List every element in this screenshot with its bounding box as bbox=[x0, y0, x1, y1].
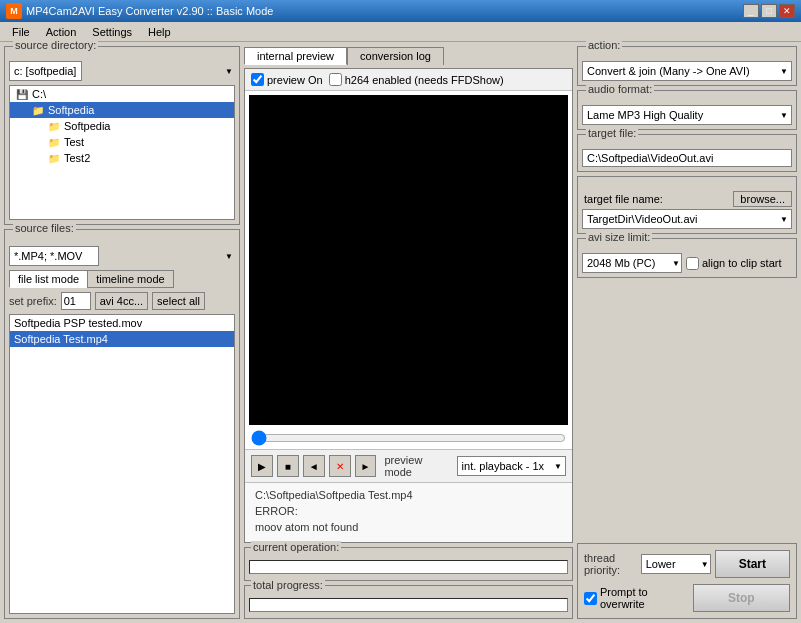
folder-icon: 📁 bbox=[30, 103, 46, 117]
thread-priority-row: thread priority: Lower Normal Higher Sta… bbox=[584, 550, 790, 578]
h264-label: h264 enabled (needs FFDShow) bbox=[345, 74, 504, 86]
preview-controls: ▶ ■ ◄ ✕ ► preview mode int. playback - 1… bbox=[245, 449, 572, 482]
status-line3: moov atom not found bbox=[251, 519, 566, 535]
thread-priority-label: thread priority: bbox=[584, 552, 637, 576]
audio-format-group: audio format: Lame MP3 High Quality PCM … bbox=[577, 90, 797, 130]
total-progress-group: total progress: bbox=[244, 585, 573, 619]
preview-on-checkbox-label[interactable]: preview On bbox=[251, 73, 323, 86]
bottom-status: current operation: total progress: bbox=[244, 547, 573, 619]
directory-tree: 💾 C:\ 📁 Softpedia 📁 Softpedia 📁 Test 📁 bbox=[9, 85, 235, 220]
browse-button[interactable]: browse... bbox=[733, 191, 792, 207]
seek-bar[interactable] bbox=[251, 431, 566, 445]
timeline-mode-btn[interactable]: timeline mode bbox=[87, 270, 173, 288]
align-checkbox[interactable] bbox=[686, 257, 699, 270]
avi-size-select[interactable]: 2048 Mb (PC) 700 Mb (CD) 4096 Mb bbox=[582, 253, 682, 273]
menu-settings[interactable]: Settings bbox=[84, 24, 140, 40]
prefix-row: set prefix: avi 4cc... select all bbox=[9, 292, 235, 310]
folder-icon: 📁 bbox=[46, 151, 62, 165]
tree-root[interactable]: 💾 C:\ bbox=[10, 86, 234, 102]
preview-mode-combo-wrapper: int. playback - 1x int. playback - 2x ex… bbox=[457, 456, 566, 476]
tree-item-softpedia-root[interactable]: 📁 Softpedia bbox=[10, 102, 234, 118]
stop-button[interactable]: Stop bbox=[693, 584, 790, 612]
source-dir-label: source directory: bbox=[13, 39, 98, 51]
tree-item-test2[interactable]: 📁 Test2 bbox=[10, 150, 234, 166]
avi-4cc-button[interactable]: avi 4cc... bbox=[95, 292, 148, 310]
folder-icon: 📁 bbox=[46, 119, 62, 133]
total-progress-label: total progress: bbox=[251, 579, 325, 591]
avi-size-label: avi size limit: bbox=[586, 231, 652, 243]
preview-on-label: preview On bbox=[267, 74, 323, 86]
source-dir-select[interactable]: c: [softpedia] bbox=[9, 61, 82, 81]
window-controls: _ □ ✕ bbox=[743, 4, 795, 18]
status-line2: ERROR: bbox=[251, 503, 566, 519]
play-button[interactable]: ▶ bbox=[251, 455, 273, 477]
tab-conversion-log[interactable]: conversion log bbox=[347, 47, 444, 65]
prompt-overwrite-label[interactable]: Prompt to overwrite bbox=[584, 586, 693, 610]
current-op-label: current operation: bbox=[251, 541, 341, 553]
file-list: Softpedia PSP tested.mov Softpedia Test.… bbox=[9, 314, 235, 614]
minimize-button[interactable]: _ bbox=[743, 4, 759, 18]
mode-buttons: file list mode timeline mode bbox=[9, 270, 235, 288]
prefix-input[interactable] bbox=[61, 292, 91, 310]
close-button[interactable]: ✕ bbox=[779, 4, 795, 18]
thread-priority-select[interactable]: Lower Normal Higher bbox=[641, 554, 711, 574]
rewind-button[interactable]: ◄ bbox=[303, 455, 325, 477]
audio-format-select[interactable]: Lame MP3 High Quality PCM None bbox=[582, 105, 792, 125]
menu-action[interactable]: Action bbox=[38, 24, 85, 40]
left-panel: source directory: c: [softpedia] 💾 C:\ 📁… bbox=[4, 46, 240, 619]
preview-toolbar: preview On h264 enabled (needs FFDShow) bbox=[245, 69, 572, 91]
action-combo-wrapper: Convert & join (Many -> One AVI) Convert… bbox=[582, 61, 792, 81]
target-name-select[interactable]: TargetDir\VideoOut.avi bbox=[582, 209, 792, 229]
start-button[interactable]: Start bbox=[715, 550, 790, 578]
avi-size-group: avi size limit: 2048 Mb (PC) 700 Mb (CD)… bbox=[577, 238, 797, 278]
app-icon: M bbox=[6, 3, 22, 19]
action-label: action: bbox=[586, 39, 622, 51]
target-file-label: target file: bbox=[586, 127, 638, 139]
current-op-group: current operation: bbox=[244, 547, 573, 581]
menu-file[interactable]: File bbox=[4, 24, 38, 40]
drive-icon: 💾 bbox=[14, 87, 30, 101]
tab-internal-preview[interactable]: internal preview bbox=[244, 47, 347, 65]
target-file-input[interactable] bbox=[582, 149, 792, 167]
h264-checkbox-label[interactable]: h264 enabled (needs FFDShow) bbox=[329, 73, 504, 86]
center-panel: internal preview conversion log preview … bbox=[244, 46, 573, 619]
preview-on-checkbox[interactable] bbox=[251, 73, 264, 86]
prompt-overwrite-text: Prompt to overwrite bbox=[600, 586, 693, 610]
audio-format-label: audio format: bbox=[586, 83, 654, 95]
target-name-combo-wrapper: TargetDir\VideoOut.avi bbox=[582, 209, 792, 229]
source-filter-select[interactable]: *.MP4; *.MOV bbox=[9, 246, 99, 266]
menu-bar: File Action Settings Help bbox=[0, 22, 801, 42]
folder-icon: 📁 bbox=[46, 135, 62, 149]
spacer bbox=[577, 282, 797, 539]
source-dir-group: source directory: c: [softpedia] 💾 C:\ 📁… bbox=[4, 46, 240, 225]
bottom-right-panel: thread priority: Lower Normal Higher Sta… bbox=[577, 543, 797, 619]
align-checkbox-label[interactable]: align to clip start bbox=[686, 257, 781, 270]
tabs-header: internal preview conversion log bbox=[244, 46, 573, 64]
status-line1: C:\Softpedia\Softpedia Test.mp4 bbox=[251, 487, 566, 503]
file-item-test[interactable]: Softpedia Test.mp4 bbox=[10, 331, 234, 347]
video-area bbox=[249, 95, 568, 425]
main-content: source directory: c: [softpedia] 💾 C:\ 📁… bbox=[0, 42, 801, 623]
stop-button[interactable]: ■ bbox=[277, 455, 299, 477]
file-item-psp[interactable]: Softpedia PSP tested.mov bbox=[10, 315, 234, 331]
forward-button[interactable]: ► bbox=[355, 455, 377, 477]
title-bar: M MP4Cam2AVI Easy Converter v2.90 :: Bas… bbox=[0, 0, 801, 22]
target-file-name-label: target file name: bbox=[582, 193, 665, 205]
prompt-stop-row: Prompt to overwrite Stop bbox=[584, 584, 790, 612]
filter-combo-wrapper: *.MP4; *.MOV bbox=[9, 246, 235, 266]
tree-item-test[interactable]: 📁 Test bbox=[10, 134, 234, 150]
h264-checkbox[interactable] bbox=[329, 73, 342, 86]
menu-help[interactable]: Help bbox=[140, 24, 179, 40]
maximize-button[interactable]: □ bbox=[761, 4, 777, 18]
prompt-overwrite-checkbox[interactable] bbox=[584, 592, 597, 605]
right-panel: action: Convert & join (Many -> One AVI)… bbox=[577, 46, 797, 619]
select-all-button[interactable]: select all bbox=[152, 292, 205, 310]
align-label: align to clip start bbox=[702, 257, 781, 269]
total-progress-bar bbox=[249, 598, 568, 612]
tree-item-softpedia[interactable]: 📁 Softpedia bbox=[10, 118, 234, 134]
action-select[interactable]: Convert & join (Many -> One AVI) Convert… bbox=[582, 61, 792, 81]
seek-container bbox=[245, 429, 572, 449]
delete-button[interactable]: ✕ bbox=[329, 455, 351, 477]
file-list-mode-btn[interactable]: file list mode bbox=[9, 270, 87, 288]
preview-mode-select[interactable]: int. playback - 1x int. playback - 2x ex… bbox=[457, 456, 566, 476]
